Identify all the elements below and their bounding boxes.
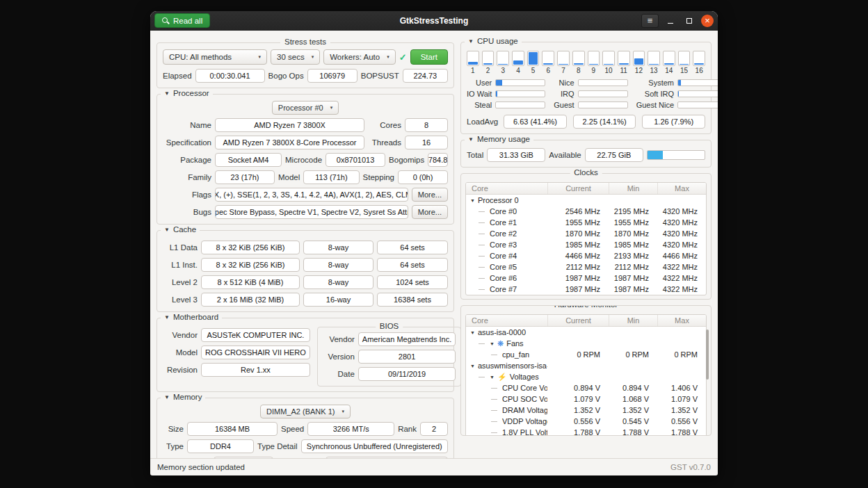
mem-type-detail-value[interactable]: Synchronous Unbuffered (Unregistered) — [301, 439, 448, 453]
mem-size-value[interactable]: 16384 MB — [187, 422, 278, 436]
flags-more-button[interactable]: More... — [412, 188, 448, 202]
hwmon-fans-row[interactable]: ▼ ❋ Fans — [466, 338, 706, 349]
elapsed-value[interactable]: 0:00:30.041 — [195, 69, 265, 83]
clocks-header-core[interactable]: Core — [466, 183, 547, 194]
clocks-table-header[interactable]: Core Current Min Max — [466, 183, 706, 195]
cache-size-value[interactable]: 8 x 32 KiB (256 KiB) — [201, 258, 300, 272]
cache-size-value[interactable]: 8 x 512 KiB (4 MiB) — [201, 275, 300, 289]
clocks-row[interactable]: Core #1 1955 MHz 1955 MHz 4320 MHz — [466, 217, 706, 228]
cache-size-value[interactable]: 8 x 32 KiB (256 KiB) — [201, 241, 300, 254]
mem-type-value[interactable]: DDR4 — [187, 439, 254, 453]
hwmon-sensor-row[interactable]: 1.8V PLL Voltage 1.788 V 1.788 V 1.788 V — [466, 427, 706, 436]
hwmon-header-current[interactable]: Current — [547, 315, 609, 326]
family-value[interactable]: 23 (17h) — [215, 170, 275, 184]
clocks-row[interactable]: Core #5 2112 MHz 2112 MHz 4322 MHz — [466, 261, 706, 273]
specification-value[interactable]: AMD Ryzen 7 3800X 8-Core Processor — [215, 136, 364, 149]
model-value[interactable]: 113 (71h) — [303, 170, 359, 184]
cache-sets-value[interactable]: 16384 sets — [377, 293, 448, 307]
hwmon-sensor-row[interactable]: CPU SOC Voltage 1.079 V 1.068 V 1.079 V — [466, 393, 706, 405]
tree-expander-icon[interactable]: ▼ — [490, 341, 495, 346]
read-all-button[interactable]: Read all — [154, 13, 210, 28]
cache-ways-value[interactable]: 8-way — [303, 241, 373, 254]
titlebar[interactable]: Read all GtkStressTesting ≡ × — [150, 11, 718, 31]
maximize-button[interactable] — [682, 14, 696, 28]
cache-sets-value[interactable]: 64 sets — [377, 241, 448, 254]
hwmon-sensor-row[interactable]: CPU Core Voltage 0.894 V 0.894 V 1.406 V — [466, 382, 706, 393]
mem-rank-value[interactable]: 2 — [420, 422, 448, 436]
tree-expander-icon[interactable]: ▼ — [490, 375, 495, 380]
cache-expander[interactable]: ▼ Cache — [161, 225, 200, 234]
clocks-header-max[interactable]: Max — [657, 183, 706, 194]
menu-button[interactable]: ≡ — [641, 14, 659, 28]
clocks-parent-row[interactable]: ▼ Processor 0 — [466, 195, 706, 206]
cache-size-value[interactable]: 2 x 16 MiB (32 MiB) — [201, 293, 300, 307]
bios-vendor-value[interactable]: American Megatrends Inc. — [358, 332, 456, 346]
loadavg-value[interactable]: 2.25 (14.1%) — [573, 115, 636, 129]
threads-value[interactable]: 16 — [405, 136, 448, 149]
stress-duration-select[interactable]: 30 secs ▾ — [271, 49, 320, 65]
clocks-row[interactable]: Core #4 4466 MHz 2193 MHz 4466 MHz — [466, 250, 706, 261]
cpu-usage-expander[interactable]: ▼ CPU usage — [465, 37, 522, 45]
processor-expander[interactable]: ▼ Processor — [161, 89, 213, 97]
mem-part-value[interactable]: F4-3000C15-16GTZ — [326, 457, 448, 458]
clocks-row[interactable]: Core #3 1985 MHz 1985 MHz 4320 MHz — [466, 239, 706, 250]
hwmon-header-min[interactable]: Min — [609, 315, 657, 326]
dimm-select[interactable]: DIMM_A2 (BANK 1) ▾ — [260, 405, 351, 418]
loadavg-value[interactable]: 1.26 (7.9%) — [642, 115, 705, 129]
cores-value[interactable]: 8 — [405, 118, 448, 132]
close-button[interactable]: × — [701, 15, 714, 27]
cache-sets-value[interactable]: 64 sets — [377, 258, 448, 272]
mb-vendor-value[interactable]: ASUSTeK COMPUTER INC. — [201, 328, 310, 342]
stress-method-select[interactable]: CPU: All methods ▾ — [163, 49, 267, 65]
cache-ways-value[interactable]: 8-way — [303, 258, 373, 272]
bops-value[interactable]: 224.73 — [403, 69, 448, 83]
hwmon-table-header[interactable]: Core Current Min Max — [466, 315, 706, 327]
clocks-header-min[interactable]: Min — [609, 183, 657, 194]
hwmon-sensor-row[interactable]: VDDP Voltage 0.556 V 0.545 V 0.556 V — [466, 416, 706, 427]
mb-model-value[interactable]: ROG CROSSHAIR VII HERO — [201, 345, 310, 359]
clocks-row[interactable]: Core #7 1987 MHz 1987 MHz 4322 MHz — [466, 284, 706, 295]
hwmon-group-row[interactable]: ▼ asuswmisensors-isa-0000 — [466, 360, 706, 371]
tree-expander-icon[interactable]: ▼ — [470, 364, 475, 368]
hwmon-sensor-row[interactable]: DRAM Voltage 1.352 V 1.352 V 1.352 V — [466, 405, 706, 416]
bios-version-value[interactable]: 2801 — [358, 350, 456, 364]
start-button[interactable]: Start — [410, 49, 448, 65]
microcode-value[interactable]: 0x8701013 — [326, 153, 385, 167]
clocks-header-current[interactable]: Current — [547, 183, 609, 194]
flags-value[interactable]: MMX, (+), SSE(1, 2, 3, 3S, 4.1, 4.2, 4A)… — [215, 188, 408, 202]
bugs-value[interactable]: Spec Store Bypass, Spectre V1, Spectre V… — [215, 205, 408, 219]
minimize-button[interactable] — [664, 14, 677, 28]
scrollbar[interactable] — [706, 330, 709, 380]
stepping-value[interactable]: 0 (0h) — [398, 170, 448, 184]
hwmon-sensor-row[interactable]: cpu_fan 0 RPM 0 RPM 0 RPM — [466, 349, 706, 360]
motherboard-expander[interactable]: ▼ Motherboard — [161, 313, 222, 321]
mem-total-value[interactable]: 31.33 GiB — [487, 148, 545, 162]
hwmon-group-row[interactable]: ▼ asus-isa-0000 — [466, 327, 706, 338]
memory-expander[interactable]: ▼ Memory — [161, 393, 205, 401]
package-value[interactable]: Socket AM4 — [215, 153, 282, 167]
hwmon-voltages-row[interactable]: ▼ ⚡ Voltages — [466, 371, 706, 382]
memory-usage-expander[interactable]: ▼ Memory usage — [465, 135, 533, 143]
cache-ways-value[interactable]: 8-way — [303, 275, 373, 289]
tree-expander-icon[interactable]: ▼ — [470, 198, 475, 203]
bogomips-value[interactable]: 7784.84 — [428, 153, 448, 167]
clocks-row[interactable]: Core #2 1870 MHz 1870 MHz 4320 MHz — [466, 228, 706, 239]
loadavg-value[interactable]: 6.63 (41.4%) — [504, 115, 567, 129]
tree-expander-icon[interactable]: ▼ — [470, 330, 475, 335]
clocks-row[interactable]: Core #6 1987 MHz 1987 MHz 4322 MHz — [466, 273, 706, 284]
bugs-more-button[interactable]: More... — [412, 205, 448, 219]
clocks-row[interactable]: Core #0 2546 MHz 2195 MHz 4320 MHz — [466, 206, 706, 217]
mem-available-value[interactable]: 22.75 GiB — [585, 148, 643, 162]
stress-workers-select[interactable]: Workers: Auto ▾ — [323, 49, 396, 65]
processor-select[interactable]: Processor #0 ▾ — [272, 101, 339, 115]
mem-speed-value[interactable]: 3266 MT/s — [307, 422, 394, 436]
hwmon-header-max[interactable]: Max — [657, 315, 706, 326]
bios-date-value[interactable]: 09/11/2019 — [358, 367, 456, 381]
mem-manufacturer-value[interactable]: G Skill Intl — [214, 457, 273, 458]
mb-revision-value[interactable]: Rev 1.xx — [201, 363, 310, 377]
cache-sets-value[interactable]: 1024 sets — [377, 275, 448, 289]
bogo-ops-value[interactable]: 106979 — [307, 69, 357, 83]
cache-ways-value[interactable]: 16-way — [303, 293, 373, 307]
hwmon-header-core[interactable]: Core — [466, 315, 547, 326]
cpu-name-value[interactable]: AMD Ryzen 7 3800X — [215, 118, 364, 132]
